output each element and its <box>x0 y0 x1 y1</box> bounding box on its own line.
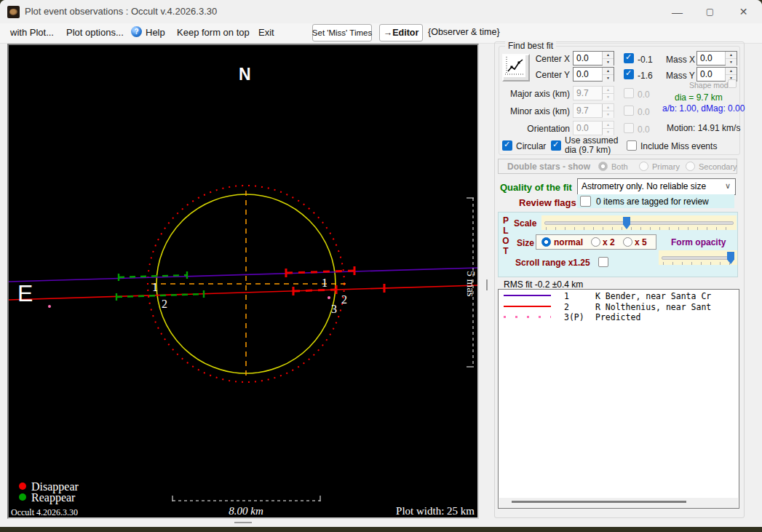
chord1-left-label: 1 <box>152 281 158 293</box>
form-opacity-slider[interactable] <box>659 250 737 265</box>
rms-fit-label: RMS fit -0.2 ±0.4 km <box>504 279 583 290</box>
form-opacity-label: Form opacity <box>671 237 726 247</box>
minor-axis-fit-value: 0.0 <box>638 107 650 117</box>
chord1-right-label: 1 <box>322 277 328 289</box>
dia-text: dia = 9.7 km <box>675 92 723 103</box>
scale-slider-track <box>544 221 734 225</box>
minor-axis-spin-arrows: ▲▼ <box>602 104 614 117</box>
observations-hscroll-thumb[interactable] <box>512 501 686 503</box>
chord-line-sample <box>504 295 551 296</box>
legend-entry-number: 1 <box>564 291 569 301</box>
fit-chart-icon <box>504 55 525 77</box>
quality-label: Quality of the fit <box>500 182 572 193</box>
legend-row[interactable]: 2R Nolthenius, near Sant <box>499 302 739 311</box>
use-assumed-label: Use assumed dia (9.7 km) <box>565 136 622 155</box>
use-assumed-checkbox[interactable] <box>551 140 561 151</box>
predicted-line-sample <box>504 316 551 318</box>
size-x5-radio[interactable] <box>623 237 632 247</box>
mass-x-spinner[interactable]: 0.0 ▲▼ <box>696 51 737 65</box>
double-stars-both-radio[interactable] <box>598 162 608 171</box>
maximize-button[interactable]: ▢ <box>694 0 726 23</box>
plot-hscroll-thumb[interactable] <box>234 522 252 523</box>
size-normal-radio[interactable] <box>541 237 551 247</box>
plot-version-label: Occult 4.2026.3.30 <box>11 507 78 517</box>
menu-with-plot[interactable]: with Plot... <box>10 27 54 38</box>
major-axis-value: 9.7 <box>574 87 602 100</box>
major-axis-fit-checkbox[interactable] <box>624 88 634 98</box>
orientation-fit-value: 0.0 <box>638 124 650 135</box>
center-y-spinner[interactable]: 0.0 ▲▼ <box>573 67 614 82</box>
scale-slider[interactable] <box>541 215 737 230</box>
km-scale-bracket <box>172 496 320 501</box>
reappear-dot-icon <box>19 493 26 501</box>
chord3-label: 3 <box>331 303 337 315</box>
legend-row[interactable]: 1K Bender, near Santa Cr <box>499 291 739 301</box>
major-axis-fit-value: 0.0 <box>638 90 650 100</box>
center-y-value[interactable]: 0.0 <box>574 68 602 81</box>
observations-hscrollbar[interactable] <box>499 498 738 508</box>
ab-dmag-text: a/b: 1.00, dMag: 0.00 <box>662 103 745 114</box>
predicted-dot <box>48 305 51 308</box>
include-miss-checkbox[interactable] <box>627 140 637 151</box>
menu-keep-on-top[interactable]: Keep form on top <box>177 27 250 38</box>
center-x-label: Center X <box>524 54 570 64</box>
double-stars-secondary-label: Secondary <box>699 162 737 171</box>
plot-letter: L <box>501 226 510 236</box>
window-title: Plot event observations : Occult v.4.202… <box>25 6 217 17</box>
menu-plot-options[interactable]: Plot options... <box>66 27 124 38</box>
orientation-fit-checkbox[interactable] <box>624 123 634 133</box>
orientation-spin-arrows: ▲▼ <box>602 122 614 135</box>
menu-help[interactable]: Help <box>146 27 165 38</box>
orientation-spinner: 0.0 ▲▼ <box>573 121 614 135</box>
legend-row[interactable]: 3(P)Predicted <box>499 312 739 322</box>
center-y-fit-value: -1.6 <box>638 71 653 81</box>
title-bar[interactable]: Plot event observations : Occult v.4.202… <box>0 0 762 23</box>
legend-entry-number: 2 <box>564 302 569 312</box>
size-x2-radio[interactable] <box>591 237 600 247</box>
center-x-spin-arrows[interactable]: ▲▼ <box>602 52 614 65</box>
mass-x-value[interactable]: 0.0 <box>697 52 725 65</box>
quality-dropdown[interactable]: Astrometry only. No reliable size ∨ <box>577 178 736 195</box>
predicted-dot <box>328 296 330 299</box>
scroll-range-label: Scroll range x1.25 <box>515 258 590 268</box>
shape-model-checkbox[interactable] <box>728 79 737 88</box>
plot-letter: P <box>501 215 510 226</box>
minimize-button[interactable]: — <box>661 0 694 23</box>
double-stars-both-label: Both <box>611 162 628 171</box>
mas-scale-label: 5 mas <box>465 271 477 297</box>
scale-slider-ticks <box>546 227 732 230</box>
scroll-range-checkbox[interactable] <box>598 257 608 267</box>
mass-x-spin-arrows[interactable]: ▲▼ <box>725 52 737 65</box>
observations-list[interactable]: 1K Bender, near Santa Cr2R Nolthenius, n… <box>498 289 739 509</box>
chord-1-line <box>9 268 477 282</box>
double-stars-primary-label: Primary <box>652 162 680 171</box>
mass-y-value[interactable]: 0.0 <box>697 68 725 81</box>
reappear-uncertainty-chord1 <box>119 271 187 281</box>
orientation-value: 0.0 <box>574 122 602 135</box>
app-window: Plot event observations : Occult v.4.202… <box>0 0 762 527</box>
review-flags-checkbox[interactable] <box>580 196 591 207</box>
plot-canvas[interactable]: 1 2 1 2 3 N E 5 mas 8.00 km <box>7 44 479 519</box>
center-x-spinner[interactable]: 0.0 ▲▼ <box>573 51 614 65</box>
help-icon[interactable]: ? <box>131 26 142 37</box>
double-stars-secondary-radio[interactable] <box>686 162 695 171</box>
observer-time-label: {Observer & time} <box>428 27 500 37</box>
minor-axis-fit-checkbox[interactable] <box>624 106 634 116</box>
menu-exit[interactable]: Exit <box>258 27 274 38</box>
major-axis-label: Major axis (km) <box>509 89 570 99</box>
center-x-fit-checkbox[interactable] <box>624 53 634 63</box>
center-x-value[interactable]: 0.0 <box>574 52 602 65</box>
plot-vscroll-thumb[interactable] <box>486 279 488 290</box>
circular-checkbox[interactable] <box>502 140 512 151</box>
major-axis-spin-arrows: ▲▼ <box>602 87 614 100</box>
form-opacity-slider-track <box>662 256 734 260</box>
close-button[interactable]: ✕ <box>727 0 760 23</box>
double-stars-primary-radio[interactable] <box>639 162 648 171</box>
set-miss-times-button[interactable]: Set 'Miss' Times <box>312 24 372 41</box>
circular-label: Circular <box>516 141 546 151</box>
center-y-fit-checkbox[interactable] <box>624 69 634 79</box>
size-x5-label: x 5 <box>635 237 647 247</box>
center-y-spin-arrows[interactable]: ▲▼ <box>602 68 614 81</box>
editor-button[interactable]: →Editor <box>379 24 423 41</box>
km-scale-label: 8.00 km <box>229 505 263 517</box>
